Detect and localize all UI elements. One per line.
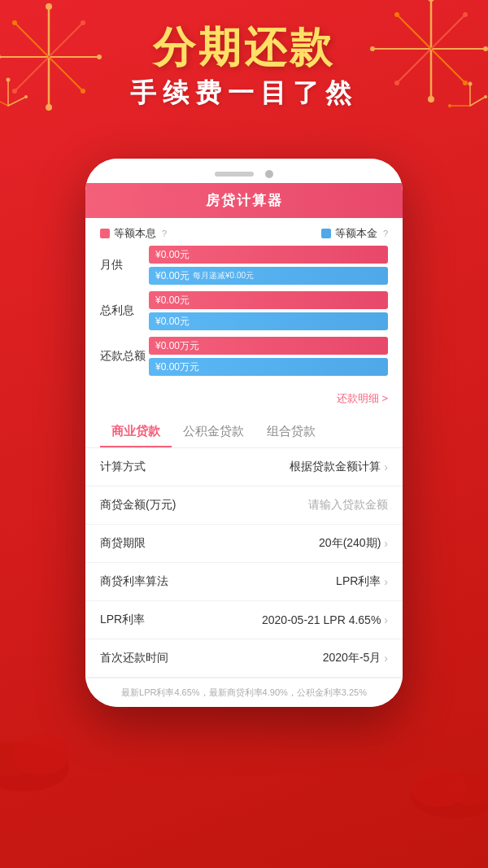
app-header: 房贷计算器 xyxy=(85,183,403,218)
phone-mockup: 房贷计算器 等额本息 ? 等额本金 ? 月供 ¥0.00元 ¥0.00元 xyxy=(85,159,403,707)
form-row-first-payment[interactable]: 首次还款时间 2020年-5月 › xyxy=(85,639,403,678)
stat-row-monthly: 月供 ¥0.00元 ¥0.00元 每月递减¥0.00元 xyxy=(100,246,388,285)
bar-blue-monthly-value: ¥0.00元 xyxy=(155,269,190,283)
form-row-first-payment-value: 2020年-5月 xyxy=(323,651,381,665)
bar-blue-total-value: ¥0.00万元 xyxy=(155,360,199,374)
bottom-note: 最新LPR利率4.65%，最新商贷利率4.90%，公积金利率3.25% xyxy=(85,678,403,707)
stat-bars-interest: ¥0.00元 ¥0.00元 xyxy=(149,291,388,330)
form-section: 计算方式 根据贷款金额计算 › 商贷金额(万元) 请输入贷款金额 商贷期限 20… xyxy=(85,448,403,678)
detail-link-label: 还款明细 xyxy=(337,392,379,404)
tab-provident-label: 公积金贷款 xyxy=(183,424,244,438)
form-row-amount[interactable]: 商贷金额(万元) 请输入贷款金额 xyxy=(85,486,403,525)
form-row-calc-method-value: 根据贷款金额计算 xyxy=(290,460,381,474)
legend-label-red: 等额本息 xyxy=(114,226,156,241)
tab-combo-label: 组合贷款 xyxy=(267,424,316,438)
bar-blue-interest: ¥0.00元 xyxy=(149,312,388,330)
form-row-calc-method[interactable]: 计算方式 根据贷款金额计算 › xyxy=(85,448,403,486)
stat-row-interest: 总利息 ¥0.00元 ¥0.00元 xyxy=(100,291,388,330)
bar-blue-monthly-sub: 每月递减¥0.00元 xyxy=(193,270,254,281)
form-row-term-label: 商贷期限 xyxy=(100,536,319,551)
stats-section: 月供 ¥0.00元 ¥0.00元 每月递减¥0.00元 总利息 ¥0.00元 ¥… xyxy=(85,246,403,389)
detail-link-row: 还款明细 > xyxy=(85,389,403,414)
form-row-amount-value: 请输入贷款金额 xyxy=(308,498,388,513)
legend-label-blue: 等额本金 xyxy=(335,226,377,241)
form-row-rate-method-arrow: › xyxy=(384,575,388,588)
hero-title: 分期还款 xyxy=(0,24,488,71)
form-row-rate-method-label: 商贷利率算法 xyxy=(100,574,336,589)
tab-commercial-label: 商业贷款 xyxy=(111,424,160,438)
phone-top-bar xyxy=(85,159,403,183)
bar-red-monthly: ¥0.00元 xyxy=(149,246,388,264)
bar-red-monthly-value: ¥0.00元 xyxy=(155,248,190,262)
legend-item-red: 等额本息 ? xyxy=(100,226,167,241)
app-header-title: 房贷计算器 xyxy=(206,193,283,208)
phone-speaker xyxy=(215,172,254,177)
form-row-lpr-label: LPR利率 xyxy=(100,613,262,627)
legend-item-blue: 等额本金 ? xyxy=(321,226,388,241)
form-row-rate-method-value: LPR利率 xyxy=(336,574,381,589)
legend-question-blue[interactable]: ? xyxy=(383,229,388,238)
tab-combo[interactable]: 组合贷款 xyxy=(255,416,327,447)
hero-section: 分期还款 手续费一目了然 xyxy=(0,24,488,111)
legend-question-red[interactable]: ? xyxy=(162,229,167,238)
form-row-first-payment-label: 首次还款时间 xyxy=(100,651,323,665)
form-row-lpr-arrow: › xyxy=(384,613,388,626)
bar-red-interest: ¥0.00元 xyxy=(149,291,388,309)
hero-subtitle: 手续费一目了然 xyxy=(0,76,488,111)
form-row-lpr[interactable]: LPR利率 2020-05-21 LPR 4.65% › xyxy=(85,601,403,639)
form-row-calc-method-label: 计算方式 xyxy=(100,460,290,474)
form-row-term-arrow: › xyxy=(384,537,388,550)
form-row-term[interactable]: 商贷期限 20年(240期) › xyxy=(85,525,403,563)
stat-bars-total: ¥0.00万元 ¥0.00万元 xyxy=(149,337,388,376)
tabs-row: 商业贷款 公积金贷款 组合贷款 xyxy=(85,416,403,448)
bar-blue-interest-value: ¥0.00元 xyxy=(155,315,190,329)
form-row-amount-label: 商贷金额(万元) xyxy=(100,498,308,513)
tab-commercial[interactable]: 商业贷款 xyxy=(100,416,172,447)
bar-red-interest-value: ¥0.00元 xyxy=(155,294,190,308)
phone-camera xyxy=(265,170,273,178)
stat-row-total: 还款总额 ¥0.00万元 ¥0.00万元 xyxy=(100,337,388,376)
form-row-term-value: 20年(240期) xyxy=(319,536,381,551)
stat-label-total: 还款总额 xyxy=(100,349,149,364)
stat-label-monthly: 月供 xyxy=(100,258,149,273)
form-row-calc-method-arrow: › xyxy=(384,460,388,473)
detail-link[interactable]: 还款明细 > xyxy=(337,392,388,404)
legend-dot-blue xyxy=(321,229,331,238)
bottom-note-text: 最新LPR利率4.65%，最新商贷利率4.90%，公积金利率3.25% xyxy=(121,687,367,697)
bar-blue-monthly: ¥0.00元 每月递减¥0.00元 xyxy=(149,267,388,285)
bar-red-total: ¥0.00万元 xyxy=(149,337,388,355)
stat-bars-monthly: ¥0.00元 ¥0.00元 每月递减¥0.00元 xyxy=(149,246,388,285)
tab-provident[interactable]: 公积金贷款 xyxy=(172,416,255,447)
legend-dot-red xyxy=(100,229,110,238)
form-row-rate-method[interactable]: 商贷利率算法 LPR利率 › xyxy=(85,563,403,601)
legend-row: 等额本息 ? 等额本金 ? xyxy=(85,218,403,246)
form-row-lpr-value: 2020-05-21 LPR 4.65% xyxy=(262,613,381,626)
bar-red-total-value: ¥0.00万元 xyxy=(155,339,199,353)
stat-label-interest: 总利息 xyxy=(100,303,149,318)
form-row-first-payment-arrow: › xyxy=(384,652,388,665)
detail-link-arrow: > xyxy=(381,392,388,404)
bar-blue-total: ¥0.00万元 xyxy=(149,358,388,376)
